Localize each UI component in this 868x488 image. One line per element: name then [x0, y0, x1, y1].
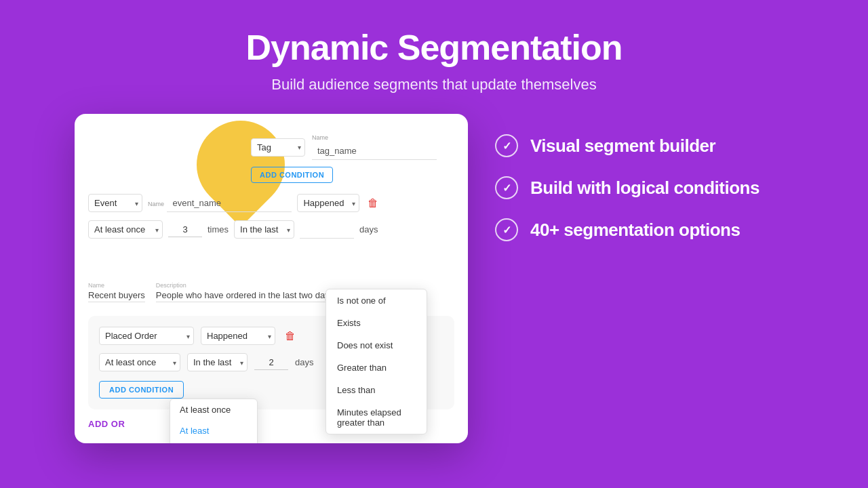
dropdown-item-is-not-one-of[interactable]: Is not one of [326, 289, 427, 312]
hero-title: Dynamic Segmentation [245, 27, 622, 68]
placed-order-select[interactable]: Placed Order [99, 327, 194, 345]
add-or-button[interactable]: ADD OR [88, 416, 125, 429]
event-select-wrapper[interactable]: Event [88, 194, 142, 212]
days-label-top: days [359, 224, 378, 235]
segment-desc-label: Description [156, 282, 334, 289]
tag-select-wrapper[interactable]: Tag [251, 138, 305, 157]
bottom-delete-button[interactable]: 🗑 [282, 329, 298, 344]
happened-select-wrapper[interactable]: Happened [297, 194, 359, 212]
tag-row: Tag Name [251, 134, 454, 160]
hero-subtitle: Build audience segments that update them… [245, 76, 622, 94]
times-label: times [208, 224, 229, 235]
check-icon-0 [495, 134, 518, 157]
segment-name-label: Name [88, 282, 145, 289]
small-freq-dropdown: At least once At least At most Exactly [170, 399, 258, 443]
bottom-days-input[interactable] [254, 355, 288, 370]
tag-name-input[interactable] [312, 142, 437, 160]
feature-text-2: 40+ segmentation options [530, 220, 740, 241]
times-input[interactable] [168, 222, 202, 237]
dropdown-item-greater-than[interactable]: Greater than [326, 357, 427, 379]
freq-row: At least once At least At most Exactly t… [88, 220, 454, 239]
name-field-group: Name [312, 134, 437, 160]
event-select[interactable]: Event [88, 194, 142, 212]
bottom-happened-wrapper[interactable]: Happened [201, 327, 275, 345]
bottom-happened-select[interactable]: Happened [201, 327, 275, 345]
main-content: Tag Name ADD CONDITION Is not one of Exi… [61, 107, 807, 450]
dropdown-item-does-not-exist[interactable]: Does not exist [326, 334, 427, 357]
segment-name-value[interactable]: Recent buyers [88, 290, 145, 302]
segment-name-field: Name Recent buyers [88, 282, 145, 302]
event-name-field-group: Name [148, 195, 292, 212]
bottom-in-last-select[interactable]: In the last [187, 353, 248, 371]
in-last-select[interactable]: In the last [234, 220, 294, 239]
bottom-days-label: days [295, 357, 313, 367]
freq-option-at-least[interactable]: At least [170, 420, 257, 441]
hero-section: Dynamic Segmentation Build audience segm… [232, 0, 635, 107]
bottom-freq-wrapper[interactable]: At least once [99, 353, 180, 371]
bottom-in-last-wrapper[interactable]: In the last [187, 353, 248, 371]
freq-option-at-least-once[interactable]: At least once [170, 399, 257, 420]
bottom-freq-select[interactable]: At least once [99, 353, 180, 371]
in-last-select-wrapper[interactable]: In the last [234, 220, 294, 239]
event-name-input[interactable] [167, 195, 292, 212]
days-input[interactable] [300, 221, 354, 239]
add-condition-top-button[interactable]: ADD CONDITION [251, 167, 333, 183]
dropdown-item-exists[interactable]: Exists [326, 312, 427, 334]
features-list: Visual segment builder Build with logica… [495, 114, 760, 241]
feature-item-0: Visual segment builder [495, 134, 760, 157]
freq-select-wrapper[interactable]: At least once At least At most Exactly [88, 220, 163, 239]
segment-desc-field: Description People who have ordered in t… [156, 282, 334, 302]
ui-card: Tag Name ADD CONDITION Is not one of Exi… [75, 114, 468, 443]
happened-select[interactable]: Happened [297, 194, 359, 212]
event-delete-button[interactable]: 🗑 [365, 196, 381, 211]
event-row: Event Name Happened 🗑 [88, 194, 454, 212]
placed-order-wrapper[interactable]: Placed Order [99, 327, 194, 345]
dropdown-item-less-than[interactable]: Less than [326, 379, 427, 401]
freq-select[interactable]: At least once At least At most Exactly [88, 220, 163, 239]
add-condition-bottom-button[interactable]: ADD CONDITION [99, 381, 184, 399]
segment-desc-value[interactable]: People who have ordered in the last two … [156, 290, 334, 302]
check-icon-2 [495, 218, 518, 241]
feature-text-1: Build with logical conditions [530, 178, 760, 199]
feature-item-2: 40+ segmentation options [495, 218, 760, 241]
freq-option-at-most[interactable]: At most [170, 441, 257, 443]
name-field-label: Name [312, 134, 437, 141]
context-dropdown: Is not one of Exists Does not exist Grea… [326, 289, 427, 434]
dropdown-item-minutes-elapsed[interactable]: Minutes elapsed greater than [326, 401, 427, 434]
feature-text-0: Visual segment builder [530, 136, 715, 157]
feature-item-1: Build with logical conditions [495, 176, 760, 199]
check-icon-1 [495, 176, 518, 199]
tag-select[interactable]: Tag [251, 138, 305, 157]
event-name-label: Name [148, 201, 164, 207]
